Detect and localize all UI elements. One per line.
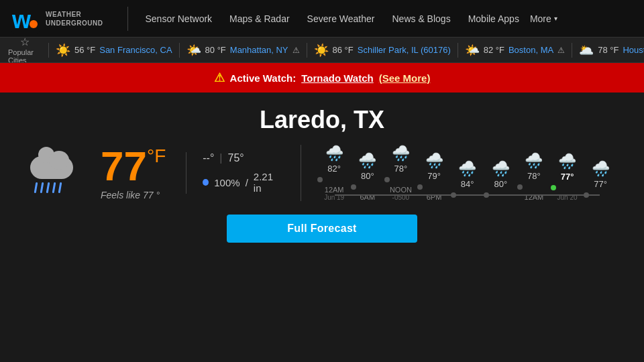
- nav-divider: [127, 7, 128, 31]
- nav-item-sensor-network[interactable]: Sensor Network: [139, 13, 219, 25]
- hourly-chart-dot-2: [384, 175, 418, 184]
- hourly-temp-3: 79°: [427, 171, 441, 181]
- hourly-chart-dot-8: [584, 190, 617, 200]
- temp-section: 77 °F Feels like 77 °: [101, 145, 166, 200]
- temp-unit: °F: [147, 145, 166, 167]
- nav-links: Sensor Network Maps & Radar Severe Weath…: [139, 1, 557, 36]
- city-item-schiller[interactable]: ☀️ 86 °F Schiller Park, IL (60176): [307, 43, 458, 58]
- hourly-item-0: 🌧️82°12AMJun 19: [317, 145, 351, 201]
- dot-2: [384, 177, 390, 182]
- hourly-weather-icon-3: 🌧️: [425, 152, 443, 170]
- hi-lo: --° | 75°: [203, 152, 280, 164]
- alert-icon-ny: ⚠: [292, 46, 300, 55]
- hourly-time-0: 12AM: [325, 186, 344, 194]
- nav-link-maps-radar[interactable]: Maps & Radar: [223, 9, 296, 28]
- cities-bar: ☆ Popular Cities ☀️ 56 °F San Francisco,…: [0, 38, 644, 63]
- hourly-icons: 🌧️82°12AMJun 19🌧️80°6AM🌧️78°NOON-0500🌧️7…: [317, 145, 617, 201]
- sunny-icon-2: ☀️: [314, 43, 329, 58]
- nav-item-severe-weather[interactable]: Severe Weather: [301, 13, 382, 25]
- wu-logo-icon: w: [11, 4, 40, 34]
- precip-dot-icon: [203, 179, 209, 186]
- hourly-temp-4: 84°: [461, 179, 474, 189]
- hourly-weather-icon-7: 🌧️: [558, 153, 576, 170]
- hourly-weather-icon-8: 🌧️: [592, 160, 610, 178]
- current-weather-icon: [27, 153, 80, 193]
- hourly-temp-0: 82°: [327, 164, 341, 174]
- city-item-sf[interactable]: ☀️ 56 °F San Francisco, CA: [48, 43, 179, 58]
- city-link-boston[interactable]: Boston, MA: [508, 45, 553, 55]
- nav-link-mobile-apps[interactable]: Mobile Apps: [462, 9, 526, 28]
- weather-main: Laredo, TX 77 °F Feels like 77 °: [0, 93, 644, 249]
- svg-text:w: w: [11, 6, 32, 34]
- nav-link-news-blogs[interactable]: News & Blogs: [385, 9, 457, 28]
- nav-item-mobile-apps[interactable]: Mobile Apps: [462, 13, 526, 25]
- navbar: w WEATHER UNDERGROUND Sensor Network Map…: [0, 0, 644, 38]
- city-item-houston[interactable]: 🌥️ 78 °F Houston,: [572, 43, 644, 58]
- tornado-watch-link[interactable]: Tornado Watch: [301, 72, 374, 84]
- rain-cloud-icon: [27, 153, 80, 193]
- city-link-houston[interactable]: Houston,: [623, 45, 644, 55]
- city-item-boston[interactable]: 🌤️ 82 °F Boston, MA ⚠: [458, 43, 572, 58]
- logo-area[interactable]: w WEATHER UNDERGROUND: [11, 4, 103, 34]
- hourly-temp-5: 80°: [494, 179, 507, 189]
- nav-item-maps-radar[interactable]: Maps & Radar: [223, 13, 296, 25]
- hourly-item-3: 🌧️79°6PM: [417, 152, 451, 201]
- nav-item-more[interactable]: More ▾: [530, 1, 557, 36]
- precip-amount: 2.21 in: [254, 171, 281, 194]
- hourly-chart-dot-0: [317, 175, 351, 184]
- rain-line-3: [46, 182, 50, 193]
- hourly-date-2: -0500: [392, 194, 410, 201]
- hourly-date-7: Jun 20: [557, 194, 578, 201]
- precip-row: 100% / 2.21 in: [203, 171, 280, 194]
- alert-banner: ⚠ Active Watch: Tornado Watch (See More): [0, 63, 644, 93]
- nav-item-news-blogs[interactable]: News & Blogs: [385, 13, 457, 25]
- hourly-chart-dot-3: [417, 182, 451, 192]
- hourly-section: 🌧️82°12AMJun 19🌧️80°6AM🌧️78°NOON-0500🌧️7…: [301, 145, 617, 201]
- dot-3: [417, 184, 423, 190]
- city-link-schiller[interactable]: Schiller Park, IL (60176): [358, 45, 451, 55]
- hourly-date-0: Jun 19: [324, 194, 344, 201]
- alert-prefix: Active Watch:: [230, 72, 297, 84]
- hourly-weather-icon-0: 🌧️: [325, 145, 343, 162]
- hourly-item-8: 🌧️77°: [584, 160, 617, 201]
- hourly-weather-icon-2: 🌧️: [392, 145, 410, 162]
- hi-lo-divider: |: [219, 152, 222, 164]
- nav-link-sensor-network[interactable]: Sensor Network: [139, 9, 219, 28]
- dot-1: [351, 184, 356, 190]
- nav-link-severe-weather[interactable]: Severe Weather: [301, 9, 382, 28]
- conditions-section: --° | 75° 100% / 2.21 in: [186, 152, 280, 194]
- hourly-chart-dot-1: [351, 182, 384, 192]
- weather-row: 77 °F Feels like 77 ° --° | 75° 100% / 2…: [27, 145, 617, 201]
- hourly-chart-dot-5: [484, 190, 517, 200]
- hourly-chart-dot-6: [517, 182, 551, 192]
- hourly-item-5: 🌧️80°: [484, 160, 517, 201]
- dot-7: [551, 185, 556, 190]
- dot-4: [451, 192, 456, 198]
- hourly-time-1: 6AM: [360, 193, 375, 201]
- city-title: Laredo, TX: [260, 106, 384, 134]
- hourly-chart-dot-4: [451, 190, 484, 200]
- rain-line-2: [40, 182, 44, 193]
- partly-cloudy-icon-2: 🌤️: [465, 43, 480, 58]
- star-icon: ☆: [20, 38, 30, 48]
- hourly-weather-icon-6: 🌧️: [525, 152, 543, 170]
- full-forecast-button[interactable]: Full Forecast: [227, 215, 417, 243]
- dot-5: [484, 192, 489, 198]
- dot-0: [317, 177, 323, 182]
- city-link-sf[interactable]: San Francisco, CA: [99, 45, 172, 55]
- nav-link-more[interactable]: More ▾: [530, 0, 557, 40]
- see-more-link[interactable]: (See More): [379, 72, 431, 84]
- rain-lines: [35, 182, 61, 193]
- precip-chance: 100%: [214, 177, 239, 188]
- city-link-ny[interactable]: Manhattan, NY: [230, 45, 288, 55]
- dot-6: [517, 184, 523, 190]
- alert-triangle-icon: ⚠: [214, 70, 225, 85]
- hourly-weather-icon-4: 🌧️: [458, 160, 476, 178]
- cloud-body: [30, 156, 73, 179]
- hourly-time-3: 6PM: [427, 193, 442, 201]
- city-item-ny[interactable]: 🌤️ 80 °F Manhattan, NY ⚠: [179, 43, 307, 58]
- hourly-time-2: NOON: [390, 186, 412, 194]
- hourly-chart-dot-7: [551, 183, 584, 192]
- rain-line-5: [58, 182, 62, 193]
- current-temp: 77: [101, 145, 147, 187]
